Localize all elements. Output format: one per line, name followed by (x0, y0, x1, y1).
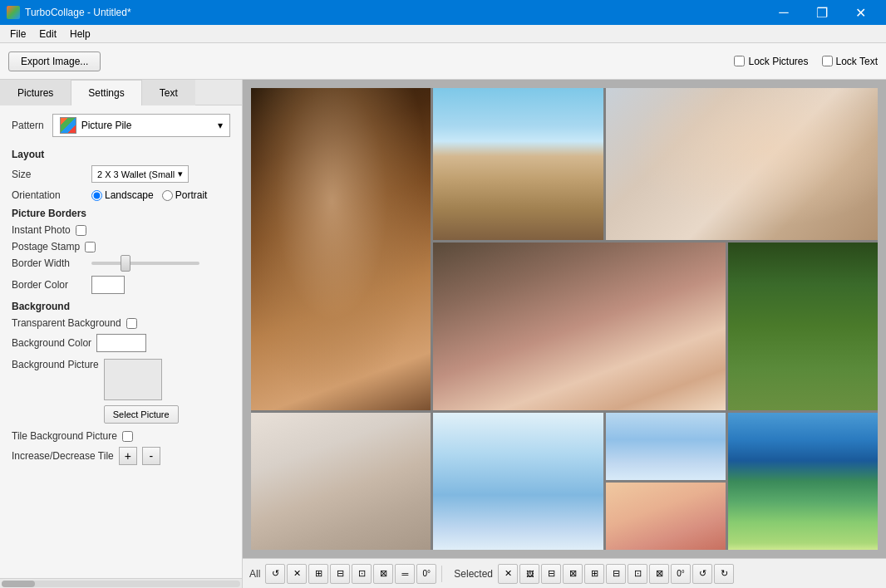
transparent-bg-label: Transparent Background (12, 317, 121, 329)
menubar: File Edit Help (0, 25, 886, 43)
tab-pictures[interactable]: Pictures (0, 80, 71, 105)
size-label: Size (12, 169, 86, 180)
align-button[interactable]: ═ (395, 564, 415, 584)
settings-panel: Pattern Picture Pile ▾ Layout Size 2 X 3… (0, 105, 242, 578)
rotate-all-button[interactable]: 0° (416, 564, 436, 584)
menu-file[interactable]: File (3, 27, 32, 42)
sel-rotate-ccw-button[interactable]: ↺ (692, 564, 712, 584)
postage-stamp-row: Postage Stamp (12, 241, 230, 252)
select-picture-button[interactable]: Select Picture (104, 405, 179, 424)
scrollbar-track (2, 581, 240, 587)
sel-border-button[interactable]: ⊠ (649, 564, 669, 584)
sel-rotate-btn[interactable]: 0° (671, 564, 691, 584)
instant-photo-checkbox[interactable] (76, 225, 86, 236)
landscape-radio: Landscape (91, 189, 154, 201)
bg-picture-row: Background Picture Select Picture (12, 359, 230, 424)
reset-button[interactable]: ↺ (265, 564, 285, 584)
restore-button[interactable]: ❐ (803, 0, 841, 25)
lock-text-checkbox[interactable] (822, 56, 833, 66)
border-color-swatch[interactable] (91, 276, 125, 294)
rows-button[interactable]: ⊠ (373, 564, 393, 584)
all-label: All (249, 568, 260, 580)
canvas-content[interactable] (243, 80, 886, 558)
sel-zoom-button[interactable]: ⊟ (606, 564, 626, 584)
transparent-bg-checkbox[interactable] (126, 318, 137, 329)
grid-button[interactable]: ⊞ (308, 564, 328, 584)
lock-pictures-checkbox[interactable] (734, 56, 745, 66)
collage-canvas (251, 88, 878, 550)
photo-cell-beach[interactable] (728, 413, 878, 550)
sel-image-button[interactable]: 🖼 (519, 564, 539, 584)
border-width-slider[interactable] (91, 262, 199, 265)
instant-photo-row: Instant Photo (12, 224, 230, 236)
sel-fit-button[interactable]: ⊡ (628, 564, 647, 584)
pattern-row: Pattern Picture Pile ▾ (12, 114, 230, 137)
increase-tile-button[interactable]: + (119, 447, 137, 465)
menu-edit[interactable]: Edit (32, 27, 63, 42)
postage-stamp-checkbox[interactable] (85, 242, 96, 252)
size-arrow: ▾ (178, 169, 183, 179)
photo-cell-small-group (606, 413, 726, 550)
border-color-row: Border Color (12, 276, 230, 294)
portrait-radio-input[interactable] (162, 190, 173, 201)
photo-cell-sofa[interactable] (433, 243, 725, 410)
remove-button[interactable]: ✕ (287, 564, 307, 584)
tile-bg-label: Tile Background Picture (12, 430, 117, 442)
pattern-arrow: ▾ (218, 120, 223, 131)
border-width-row: Border Width (12, 257, 230, 269)
portrait-label: Portrait (175, 189, 208, 201)
orientation-row: Orientation Landscape Portrait (12, 189, 230, 201)
cols-plus-button[interactable]: ⊡ (352, 564, 372, 584)
sel-flip-v-button[interactable]: ⊞ (584, 564, 604, 584)
export-image-button[interactable]: Export Image... (8, 51, 101, 71)
size-value: 2 X 3 Wallet (Small (97, 169, 175, 179)
sel-remove-button[interactable]: ✕ (498, 564, 518, 584)
lock-group: Lock Pictures Lock Text (734, 56, 878, 67)
lock-text-label: Lock Text (836, 56, 878, 67)
tab-settings[interactable]: Settings (71, 80, 141, 105)
size-select[interactable]: 2 X 3 Wallet (Small ▾ (91, 165, 189, 183)
landscape-label: Landscape (105, 189, 154, 201)
photo-cell-blue-girl[interactable] (433, 413, 603, 550)
app-icon (7, 6, 20, 19)
photo-cell-girl2[interactable] (606, 88, 878, 240)
minimize-button[interactable]: ─ (765, 0, 803, 25)
orientation-label: Orientation (12, 189, 86, 201)
bg-color-swatch[interactable] (96, 334, 146, 352)
sel-flip-h-button[interactable]: ⊠ (563, 564, 583, 584)
sel-rotate-cw-button[interactable]: ↻ (714, 564, 734, 584)
lock-text-item: Lock Text (822, 56, 878, 67)
orientation-radio-group: Landscape Portrait (91, 189, 207, 201)
photo-cell-girl1[interactable] (251, 88, 431, 410)
left-panel: Pictures Settings Text Pattern Picture P… (0, 80, 243, 588)
picture-borders-header: Picture Borders (12, 208, 230, 219)
main-toolbar: Export Image... Lock Pictures Lock Text (0, 43, 886, 80)
instant-photo-label: Instant Photo (12, 224, 71, 236)
titlebar: TurboCollage - Untitled* ─ ❐ ✕ (0, 0, 886, 25)
toolbar-separator (441, 566, 442, 582)
close-button[interactable]: ✕ (841, 0, 879, 25)
scrollbar-thumb (2, 581, 35, 587)
lock-pictures-label: Lock Pictures (748, 56, 808, 67)
tab-text[interactable]: Text (142, 80, 195, 105)
landscape-radio-input[interactable] (91, 190, 102, 201)
photo-cell-small-a[interactable] (606, 413, 726, 480)
postage-stamp-label: Postage Stamp (12, 241, 80, 252)
photo-cell-landscape[interactable] (433, 88, 603, 240)
pattern-value: Picture Pile (81, 120, 132, 131)
bg-color-row: Background Color (12, 334, 230, 352)
transparent-bg-row: Transparent Background (12, 317, 230, 329)
decrease-tile-button[interactable]: - (142, 447, 160, 465)
pattern-select[interactable]: Picture Pile ▾ (52, 114, 230, 137)
layout-header: Layout (12, 149, 230, 160)
lock-pictures-item: Lock Pictures (734, 56, 808, 67)
photo-cell-forest[interactable] (728, 243, 878, 410)
cols-minus-button[interactable]: ⊟ (330, 564, 350, 584)
sel-crop-button[interactable]: ⊟ (541, 564, 561, 584)
photo-cell-bed[interactable] (251, 413, 431, 550)
app-container: Export Image... Lock Pictures Lock Text … (0, 43, 886, 588)
panel-scrollbar[interactable] (0, 578, 242, 588)
tile-bg-checkbox[interactable] (122, 431, 133, 442)
photo-cell-small-b[interactable] (606, 483, 726, 550)
menu-help[interactable]: Help (63, 27, 97, 42)
